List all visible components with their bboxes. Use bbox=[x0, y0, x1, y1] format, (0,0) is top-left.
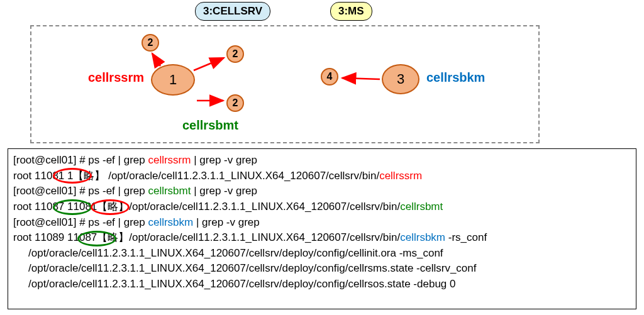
cmd-3-prefix: [root@cell01] # ps -ef | grep bbox=[13, 216, 148, 228]
cmd-1-proc: cellrssrm bbox=[148, 154, 191, 166]
cmd-2-proc: cellrsbmt bbox=[148, 185, 191, 197]
out-3-a: root 11089 11087【略】/opt/oracle/cell11.2.… bbox=[13, 231, 400, 243]
cmd-1-prefix: [root@cell01] # ps -ef | grep bbox=[13, 154, 148, 166]
diagram-area: 3:CELLSRV 3:MS 1 3 2 2 2 4 cellrssrm cel… bbox=[0, 0, 644, 148]
out-3-cont2: /opt/oracle/cell11.2.3.1.1_LINUX.X64_120… bbox=[13, 261, 631, 277]
cmd-1: [root@cell01] # ps -ef | grep cellrssrm … bbox=[13, 153, 631, 169]
cmd-2: [root@cell01] # ps -ef | grep cellrsbmt … bbox=[13, 184, 631, 199]
out-3-c: -rs_conf bbox=[445, 231, 487, 243]
out-1-b: cellrssrm bbox=[379, 170, 422, 182]
svg-line-1 bbox=[152, 53, 160, 66]
out-2-a: root 11087 11081【略】/opt/oracle/cell11.2.… bbox=[13, 201, 400, 213]
out-3-cont3: /opt/oracle/cell11.2.3.1.1_LINUX.X64_120… bbox=[13, 277, 631, 292]
out-1: root 11081 1【略】 /opt/oracle/cell11.2.3.1… bbox=[13, 169, 631, 184]
cmd-2-prefix: [root@cell01] # ps -ef | grep bbox=[13, 185, 148, 197]
cmd-3-suffix: | grep -v grep bbox=[193, 216, 260, 228]
svg-line-4 bbox=[342, 78, 380, 79]
out-3: root 11089 11087【略】/opt/oracle/cell11.2.… bbox=[13, 230, 631, 246]
arrows-svg bbox=[0, 0, 644, 148]
out-2-b: cellrsbmt bbox=[400, 201, 443, 213]
cmd-3-proc: cellrsbkm bbox=[148, 216, 193, 228]
cmd-1-suffix: | grep -v grep bbox=[191, 154, 257, 166]
svg-line-2 bbox=[194, 58, 224, 70]
out-3-cont1: /opt/oracle/cell11.2.3.1.1_LINUX.X64_120… bbox=[13, 246, 631, 262]
terminal-output: [root@cell01] # ps -ef | grep cellrssrm … bbox=[8, 148, 636, 309]
out-1-a: root 11081 1【略】 /opt/oracle/cell11.2.3.1… bbox=[13, 170, 379, 182]
cmd-3: [root@cell01] # ps -ef | grep cellrsbkm … bbox=[13, 215, 631, 231]
cmd-2-suffix: | grep -v grep bbox=[191, 185, 257, 197]
out-3-b: cellrsbkm bbox=[400, 231, 445, 243]
out-2: root 11087 11081【略】/opt/oracle/cell11.2.… bbox=[13, 199, 631, 215]
